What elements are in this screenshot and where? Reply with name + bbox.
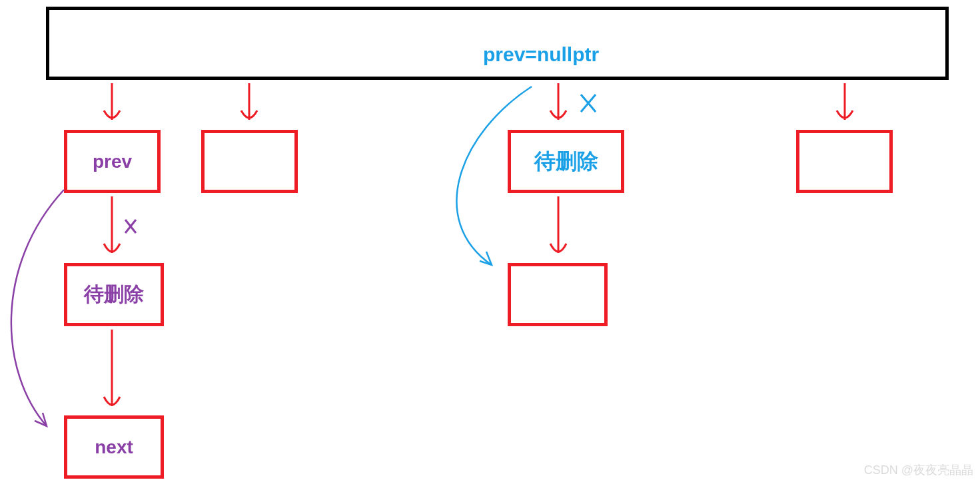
node-to-delete-right: 待删除: [508, 130, 624, 193]
svg-line-6: [125, 220, 136, 233]
node-empty-4: [796, 130, 893, 193]
node-to-delete-left: 待删除: [64, 263, 164, 326]
annotation-prev-nullptr: prev=nullptr: [483, 43, 599, 66]
watermark: CSDN @夜夜亮晶晶: [864, 462, 973, 478]
node-prev: prev: [64, 130, 161, 193]
svg-line-5: [125, 220, 136, 233]
svg-line-8: [581, 95, 596, 112]
node-below-to-delete-right: [508, 263, 608, 326]
svg-line-9: [581, 95, 596, 112]
node-next: next: [64, 415, 164, 479]
node-empty-2: [201, 130, 298, 193]
